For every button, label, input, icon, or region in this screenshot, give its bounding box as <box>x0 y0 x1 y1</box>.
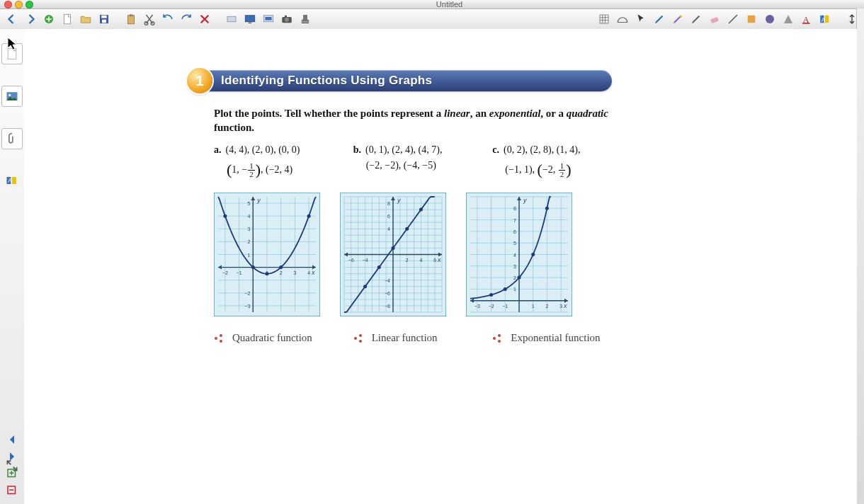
vertical-scrollbar[interactable] <box>856 8 864 504</box>
save-icon[interactable] <box>96 11 112 27</box>
svg-text:−8: −8 <box>385 304 390 309</box>
svg-point-131 <box>392 246 395 250</box>
lesson-title: Identifying Functions Using Graphs <box>200 70 612 91</box>
cursor-icon[interactable] <box>633 11 649 27</box>
zoom-window-icon[interactable] <box>25 1 33 8</box>
svg-rect-5 <box>128 16 135 24</box>
bullet-icon <box>353 333 365 344</box>
image-tool-icon[interactable] <box>1 86 23 107</box>
answer-text: Quadratic function <box>232 332 312 344</box>
delete-icon[interactable] <box>197 11 212 27</box>
page-canvas: 1 Identifying Functions Using Graphs Plo… <box>24 29 857 504</box>
svg-text:−1: −1 <box>502 304 508 309</box>
svg-point-184 <box>359 340 362 343</box>
svg-rect-13 <box>266 17 272 21</box>
pen-icon[interactable] <box>652 11 667 27</box>
svg-text:x: x <box>563 302 567 309</box>
text-style-icon[interactable]: A <box>2 171 22 190</box>
svg-text:2: 2 <box>406 258 409 263</box>
instr-part: , or a <box>540 108 566 119</box>
cut-icon[interactable] <box>142 11 157 27</box>
svg-point-75 <box>307 214 311 218</box>
problem-points: (0, 2), (2, 8), (1, 4), <box>504 144 580 155</box>
svg-text:4: 4 <box>247 214 250 219</box>
rectangle-icon[interactable] <box>224 11 239 27</box>
svg-text:−2: −2 <box>222 270 228 275</box>
problem-label: c. <box>492 144 499 155</box>
lesson-instruction: Plot the points. Tell whether the points… <box>214 106 612 135</box>
magic-pen-icon[interactable] <box>670 11 686 27</box>
svg-text:2: 2 <box>545 304 548 309</box>
prev-icon[interactable] <box>6 433 18 446</box>
svg-rect-10 <box>245 16 255 22</box>
camera-icon[interactable] <box>279 11 295 27</box>
new-doc-icon[interactable] <box>59 11 75 27</box>
svg-point-176 <box>518 276 521 280</box>
open-folder-icon[interactable] <box>78 11 93 27</box>
window-title: Untitled <box>39 0 860 8</box>
attachment-icon[interactable] <box>1 128 23 149</box>
protractor-icon[interactable] <box>615 11 630 27</box>
add-arrow-icon[interactable] <box>41 11 57 27</box>
instr-keyword: linear <box>444 108 470 119</box>
mouse-cursor-icon <box>7 37 17 51</box>
window-titlebar: Untitled <box>0 0 864 9</box>
zoom-out-icon[interactable] <box>6 484 18 497</box>
svg-text:1: 1 <box>513 287 516 292</box>
answer-text: Linear function <box>372 332 438 344</box>
shape-fill-icon[interactable] <box>744 11 759 27</box>
svg-text:−1: −1 <box>237 270 242 275</box>
instr-part: , an <box>470 108 489 119</box>
back-arrow-icon[interactable] <box>4 11 20 27</box>
problem-b: b.(0, 1), (2, 4), (4, 7), (−2, −2), (−4,… <box>353 142 473 183</box>
problem-points: (4, 4), (2, 0), (0, 0) <box>226 144 300 155</box>
screen-icon[interactable] <box>242 11 258 27</box>
zoom-in-icon[interactable] <box>6 467 18 480</box>
svg-point-15 <box>285 18 289 22</box>
svg-point-71 <box>223 214 227 218</box>
svg-point-175 <box>504 287 507 291</box>
svg-text:3: 3 <box>293 270 296 275</box>
text-format-icon[interactable]: A <box>799 11 814 27</box>
svg-text:2: 2 <box>280 270 283 275</box>
svg-point-72 <box>251 265 255 269</box>
next-icon[interactable] <box>6 450 18 463</box>
svg-rect-4 <box>102 20 106 23</box>
svg-text:x: x <box>311 269 315 276</box>
svg-text:−6: −6 <box>385 291 390 296</box>
problem-label: b. <box>353 144 361 155</box>
svg-text:4: 4 <box>307 270 310 275</box>
grid-icon[interactable] <box>596 11 612 27</box>
svg-rect-6 <box>130 14 133 16</box>
forward-arrow-icon[interactable] <box>23 11 38 27</box>
problem-points: (−2, −2), (−4, −5) <box>366 158 473 173</box>
line-icon[interactable] <box>725 11 741 27</box>
svg-rect-17 <box>302 23 309 24</box>
problem-points: (−1, 1), <box>505 164 537 175</box>
triangle-icon[interactable] <box>780 11 796 27</box>
screen2-icon[interactable] <box>261 11 276 27</box>
undo-icon[interactable] <box>160 11 176 27</box>
svg-point-20 <box>766 15 774 23</box>
svg-text:−6: −6 <box>348 258 354 263</box>
circle-icon[interactable] <box>762 11 778 27</box>
svg-text:−4: −4 <box>363 258 368 263</box>
instr-part: Plot the points. Tell whether the points… <box>214 108 444 119</box>
redo-icon[interactable] <box>178 11 194 27</box>
svg-text:y: y <box>523 197 527 204</box>
problem-points: (0, 1), (2, 4), (4, 7), <box>365 144 442 155</box>
chart-c-exponential: yx−3−2−112312345678 <box>466 193 572 316</box>
svg-text:6: 6 <box>433 258 436 263</box>
svg-text:x: x <box>437 256 441 263</box>
lesson-banner: 1 Identifying Functions Using Graphs <box>187 68 612 93</box>
svg-text:4: 4 <box>419 258 422 263</box>
svg-point-132 <box>405 227 409 231</box>
line-pen-icon[interactable] <box>688 11 704 27</box>
stamp-icon[interactable] <box>297 11 313 27</box>
minimize-window-icon[interactable] <box>15 1 23 8</box>
close-window-icon[interactable] <box>4 1 12 8</box>
paste-icon[interactable] <box>123 11 139 27</box>
eraser-icon[interactable] <box>707 11 722 27</box>
text-highlight-icon[interactable]: A <box>817 11 833 27</box>
svg-text:y: y <box>256 197 261 204</box>
